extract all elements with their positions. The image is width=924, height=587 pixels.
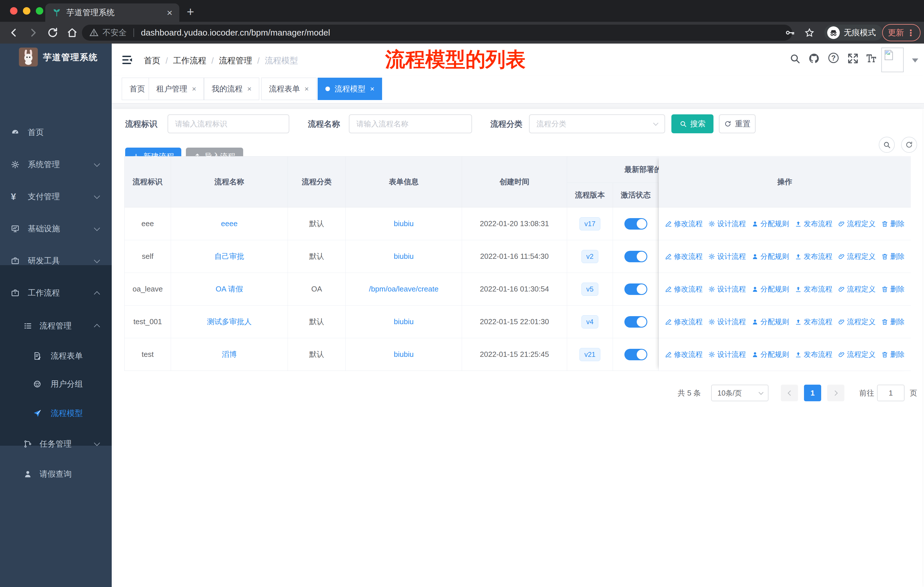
tab-home[interactable]: 首页 (122, 78, 153, 100)
delete-link[interactable]: 删除 (881, 219, 904, 228)
font-size-icon[interactable] (866, 53, 877, 64)
show-search-button[interactable] (879, 137, 895, 153)
key-icon[interactable] (785, 28, 795, 38)
form-info-link[interactable]: biubiu (394, 219, 414, 228)
home-icon[interactable] (66, 27, 78, 38)
form-info-link[interactable]: biubiu (394, 252, 414, 261)
sidebar-item-leave-query[interactable]: 请假查询 (0, 459, 112, 489)
current-page-button[interactable]: 1 (804, 385, 821, 401)
sidebar-collapse-icon[interactable] (121, 54, 134, 66)
github-icon[interactable] (808, 53, 820, 64)
fullscreen-icon[interactable] (847, 53, 859, 64)
process-definition-link[interactable]: 流程定义 (838, 219, 876, 228)
publish-process-link[interactable]: 发布流程 (795, 251, 832, 261)
delete-link[interactable]: 删除 (881, 251, 904, 261)
process-name-link[interactable]: 自己审批 (214, 251, 244, 261)
active-toggle[interactable] (624, 251, 647, 262)
tab-close-icon[interactable]: × (304, 84, 309, 93)
process-definition-link[interactable]: 流程定义 (838, 251, 876, 261)
category-select[interactable]: 流程分类 (529, 114, 665, 133)
sidebar-item-home[interactable]: 首页 (0, 116, 112, 149)
tab-process-model[interactable]: 流程模型 × (318, 78, 382, 100)
active-toggle[interactable] (624, 349, 647, 360)
next-page-button[interactable] (827, 385, 844, 401)
url-text[interactable]: dashboard.yudao.iocoder.cn/bpm/manager/m… (141, 28, 330, 38)
tab-close-icon[interactable]: × (167, 8, 172, 18)
security-label[interactable]: 不安全 (102, 27, 127, 38)
edit-process-link[interactable]: 修改流程 (665, 317, 703, 326)
sidebar-item-process-form[interactable]: 流程表单 (0, 341, 112, 371)
process-definition-link[interactable]: 流程定义 (838, 284, 876, 294)
process-name-link[interactable]: eeee (221, 219, 238, 228)
new-tab-button[interactable]: + (187, 5, 194, 19)
window-minimize-button[interactable] (23, 7, 30, 15)
process-name-link[interactable]: 滔博 (222, 349, 237, 359)
active-toggle[interactable] (624, 283, 647, 295)
search-button[interactable]: 搜索 (672, 114, 713, 133)
sidebar-item-user-group[interactable]: 用户分组 (0, 369, 112, 399)
process-definition-link[interactable]: 流程定义 (838, 317, 876, 326)
bookmark-star-icon[interactable] (804, 28, 815, 38)
publish-process-link[interactable]: 发布流程 (795, 350, 832, 359)
reset-button[interactable]: 重置 (719, 114, 756, 133)
edit-process-link[interactable]: 修改流程 (665, 284, 703, 294)
caret-down-icon[interactable] (912, 58, 918, 63)
process-name-input[interactable] (349, 114, 472, 133)
edit-process-link[interactable]: 修改流程 (665, 251, 703, 261)
reload-icon[interactable] (47, 27, 58, 38)
delete-link[interactable]: 删除 (881, 317, 904, 326)
url-bar[interactable]: 不安全 dashboard.yudao.iocoder.cn/bpm/manag… (82, 25, 792, 41)
process-definition-link[interactable]: 流程定义 (838, 350, 876, 359)
edit-process-link[interactable]: 修改流程 (665, 219, 703, 228)
design-process-link[interactable]: 设计流程 (708, 317, 746, 326)
goto-page-input[interactable] (877, 385, 904, 401)
publish-process-link[interactable]: 发布流程 (795, 317, 832, 326)
sidebar-item-payment[interactable]: ¥ 支付管理 (0, 180, 112, 213)
delete-link[interactable]: 删除 (881, 284, 904, 294)
tab-tenant-management[interactable]: 租户管理 × (148, 78, 204, 100)
tab-process-form[interactable]: 流程表单 × (261, 78, 317, 100)
sidebar-item-infrastructure[interactable]: 基础设施 (0, 213, 112, 245)
browser-tab[interactable]: 芋道管理系统 × (45, 3, 179, 22)
refresh-table-button[interactable] (901, 137, 917, 153)
sidebar-item-workflow[interactable]: 工作流程 (0, 277, 112, 309)
process-name-link[interactable]: OA 请假 (216, 284, 243, 294)
search-icon[interactable] (789, 53, 800, 64)
design-process-link[interactable]: 设计流程 (708, 350, 746, 359)
browser-menu-icon[interactable]: ⋮ (906, 28, 916, 38)
page-size-select[interactable]: 10条/页 (711, 385, 769, 401)
assign-rule-link[interactable]: 分配规则 (752, 284, 789, 294)
publish-process-link[interactable]: 发布流程 (795, 219, 832, 228)
window-maximize-button[interactable] (36, 7, 43, 15)
tab-close-icon[interactable]: × (247, 84, 251, 93)
assign-rule-link[interactable]: 分配规则 (752, 251, 789, 261)
tab-close-icon[interactable]: × (192, 84, 196, 93)
tab-my-process[interactable]: 我的流程 × (204, 78, 259, 100)
design-process-link[interactable]: 设计流程 (708, 251, 746, 261)
form-info-link[interactable]: /bpm/oa/leave/create (369, 284, 439, 293)
active-toggle[interactable] (624, 316, 647, 327)
window-close-button[interactable] (10, 7, 18, 15)
assign-rule-link[interactable]: 分配规则 (752, 219, 789, 228)
active-toggle[interactable] (624, 218, 647, 230)
sidebar-item-system[interactable]: 系统管理 (0, 149, 112, 180)
back-icon[interactable] (8, 27, 20, 38)
help-icon[interactable]: ? (828, 53, 839, 63)
process-name-link[interactable]: 测试多审批人 (207, 317, 252, 327)
breadcrumb-workflow[interactable]: 工作流程 (173, 55, 206, 66)
prev-page-button[interactable] (781, 385, 798, 401)
breadcrumb-home[interactable]: 首页 (144, 55, 160, 66)
publish-process-link[interactable]: 发布流程 (795, 284, 832, 294)
design-process-link[interactable]: 设计流程 (708, 284, 746, 294)
sidebar-item-devtools[interactable]: 研发工具 (0, 245, 112, 277)
design-process-link[interactable]: 设计流程 (708, 219, 746, 228)
breadcrumb-process-management[interactable]: 流程管理 (219, 55, 252, 66)
update-label[interactable]: 更新 (888, 27, 904, 38)
form-info-link[interactable]: biubiu (394, 350, 414, 359)
sidebar-item-process-management[interactable]: 流程管理 (0, 311, 112, 341)
delete-link[interactable]: 删除 (881, 350, 904, 359)
tab-close-icon[interactable]: × (370, 84, 375, 93)
update-button[interactable]: 更新 ⋮ (882, 24, 921, 41)
process-key-input[interactable] (168, 114, 289, 133)
avatar[interactable] (881, 48, 904, 72)
